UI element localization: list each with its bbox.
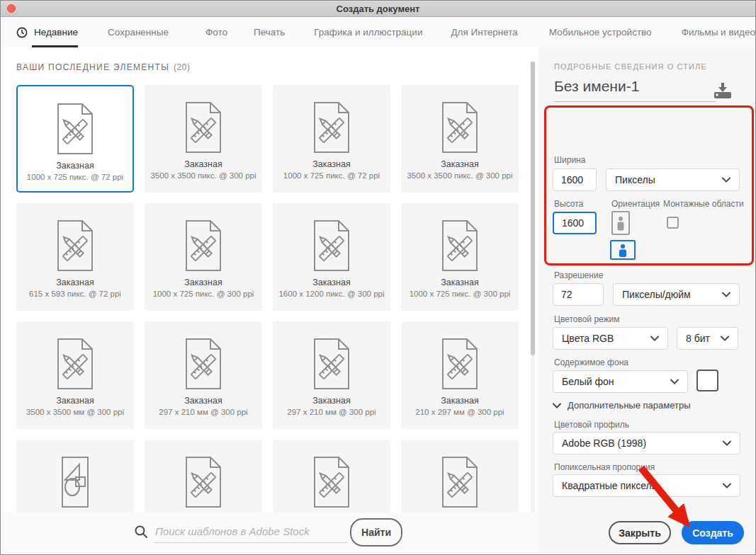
template-card[interactable]: Заказная297 x 210 мм @ 300 ppi <box>145 321 262 429</box>
advanced-options-toggle[interactable]: Дополнительные параметры <box>553 400 691 411</box>
tab-film-video[interactable]: Фильмы и видео <box>682 17 755 47</box>
document-template-icon <box>311 336 352 391</box>
bit-depth-value: 8 бит <box>686 333 710 344</box>
width-input[interactable]: 1600 <box>553 168 597 191</box>
template-card[interactable]: Заказная3500 x 3500 пикс. @ 300 ppi <box>145 85 262 193</box>
pixel-aspect-value: Квадратные пикселы <box>562 480 659 491</box>
template-spec: 615 x 593 пикс. @ 72 ppi <box>29 290 121 298</box>
color-mode-select[interactable]: Цвета RGB <box>553 327 668 350</box>
document-template-icon <box>311 218 352 273</box>
scrollbar[interactable] <box>531 62 535 515</box>
tab-mobile[interactable]: Мобильное устройство <box>549 17 652 47</box>
template-card[interactable]: Заказная615 x 593 пикс. @ 72 ppi <box>16 203 134 311</box>
recent-count: (20) <box>174 62 190 72</box>
tab-art-illustration[interactable]: Графика и иллюстрации <box>314 17 422 47</box>
height-label: Высота <box>554 199 583 209</box>
document-template-icon <box>55 336 96 391</box>
details-header: ПОДРОБНЫЕ СВЕДЕНИЯ О СТИЛЕ <box>554 62 707 71</box>
template-name: Заказная <box>56 396 94 406</box>
height-input[interactable]: 1600 <box>553 212 597 234</box>
landscape-person-icon <box>617 244 628 257</box>
template-card[interactable]: Заказная1000 x 725 пикс. @ 300 ppi <box>145 203 262 311</box>
orientation-portrait-button[interactable] <box>611 211 630 235</box>
bit-depth-select[interactable]: 8 бит <box>677 327 738 350</box>
template-card[interactable] <box>273 440 390 513</box>
recent-section-header: ВАШИ ПОСЛЕДНИЕ ЭЛЕМЕНТЫ(20) <box>16 62 190 72</box>
background-color-swatch[interactable] <box>696 370 718 391</box>
orientation-label: Ориентация <box>611 199 660 209</box>
template-card[interactable]: Заказная1000 x 725 пикс. @ 72 ppi <box>16 85 134 193</box>
recent-header-text: ВАШИ ПОСЛЕДНИЕ ЭЛЕМЕНТЫ <box>16 62 169 72</box>
template-card[interactable]: Заказная3500 x 3500 мм @ 300 ppi <box>16 321 134 429</box>
color-profile-label: Цветовой профиль <box>554 420 629 430</box>
resolution-input[interactable]: 72 <box>553 283 604 306</box>
background-label: Содержимое фона <box>554 357 628 367</box>
tab-print[interactable]: Печать <box>254 17 285 47</box>
width-unit-select[interactable]: Пикселы <box>606 168 740 191</box>
resolution-unit-select[interactable]: Пикселы/дюйм <box>613 283 740 306</box>
tab-saved[interactable]: Сохраненные <box>108 17 169 47</box>
document-template-icon <box>183 336 224 391</box>
color-mode-label: Цветовой режим <box>554 314 620 324</box>
template-card[interactable]: Заказная3500 x 3500 пикс. @ 300 ppi <box>401 85 519 193</box>
tab-label: Фото <box>205 27 227 38</box>
create-button[interactable]: Создать <box>682 521 744 544</box>
template-card[interactable]: Заказная1600 x 1200 пикс. @ 300 ppi <box>273 203 390 311</box>
document-template-icon <box>439 100 480 155</box>
template-card[interactable]: Заказная1000 x 725 пикс. @ 300 ppi <box>401 203 519 311</box>
close-window-button[interactable] <box>7 4 16 13</box>
template-grid: Заказная1000 x 725 пикс. @ 72 ppiЗаказна… <box>16 85 519 513</box>
width-label: Ширина <box>554 155 585 165</box>
clock-icon <box>16 27 28 38</box>
template-name: Заказная <box>56 161 94 171</box>
background-select[interactable]: Белый фон <box>553 370 688 393</box>
resolution-label: Разрешение <box>554 270 603 280</box>
template-card[interactable] <box>145 440 262 513</box>
orientation-landscape-button[interactable] <box>610 240 636 260</box>
chevron-down-icon <box>553 403 561 408</box>
template-name: Заказная <box>441 396 478 406</box>
width-unit-value: Пикселы <box>615 174 655 185</box>
template-card[interactable]: Заказная297 x 210 мм @ 300 ppi <box>273 321 390 429</box>
tab-recent[interactable]: Недавние <box>16 17 78 47</box>
tab-photo[interactable]: Фото <box>205 17 227 47</box>
template-name: Заказная <box>441 278 478 287</box>
template-spec: 297 x 210 мм @ 300 ppi <box>287 408 376 416</box>
artboards-checkbox[interactable] <box>667 217 679 229</box>
pixel-aspect-label: Попиксельная пропорция <box>554 462 655 472</box>
document-template-icon <box>311 454 352 510</box>
tab-label: Фильмы и видео <box>682 27 755 38</box>
color-profile-value: Adobe RGB (1998) <box>562 437 646 449</box>
pixel-aspect-select[interactable]: Квадратные пикселы <box>553 474 740 497</box>
template-spec: 1000 x 725 пикс. @ 72 ppi <box>27 173 123 181</box>
save-preset-icon[interactable] <box>713 83 733 103</box>
dialog-content: ВАШИ ПОСЛЕДНИЕ ЭЛЕМЕНТЫ(20) Заказная1000… <box>1 47 755 554</box>
background-value: Белый фон <box>562 376 614 387</box>
template-name: Заказная <box>184 278 222 287</box>
template-card[interactable] <box>16 440 134 513</box>
template-card[interactable] <box>401 440 519 513</box>
document-template-icon <box>183 100 224 155</box>
tab-label: Графика и иллюстрации <box>314 27 422 38</box>
create-document-dialog: Создать документ НедавниеСохраненныеФото… <box>0 0 756 555</box>
template-name: Заказная <box>312 278 350 287</box>
template-name: Заказная <box>441 159 478 169</box>
document-template-icon <box>183 454 224 510</box>
document-name-input[interactable]: Без имени-1 <box>554 78 716 102</box>
portrait-person-icon <box>616 215 626 231</box>
tab-web[interactable]: Для Интернета <box>451 17 517 47</box>
close-button[interactable]: Закрыть <box>609 521 671 544</box>
search-input[interactable] <box>154 520 348 543</box>
chevron-down-icon <box>670 379 679 384</box>
color-profile-select[interactable]: Adobe RGB (1998) <box>553 432 740 454</box>
chevron-down-icon <box>723 440 731 446</box>
template-name: Заказная <box>312 396 350 406</box>
template-spec: 3500 x 3500 мм @ 300 ppi <box>26 408 124 416</box>
artboard-shapes-icon <box>57 454 94 510</box>
chevron-down-icon <box>650 336 659 341</box>
search-icon <box>134 525 148 542</box>
find-button[interactable]: Найти <box>350 518 402 547</box>
scrollbar-thumb[interactable] <box>531 62 535 355</box>
template-card[interactable]: Заказная210 x 297 мм @ 300 ppi <box>401 321 519 429</box>
template-card[interactable]: Заказная1000 x 725 пикс. @ 72 ppi <box>273 85 390 193</box>
